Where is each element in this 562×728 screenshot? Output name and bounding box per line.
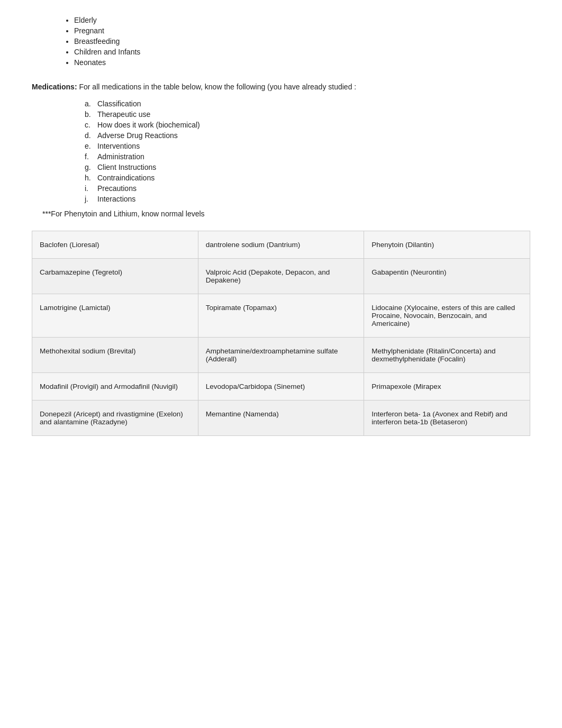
alpha-item: h.Contraindications (85, 174, 530, 182)
table-cell: Lidocaine (Xylocaine, esters of this are… (364, 294, 530, 338)
alpha-text: Precautions (97, 184, 137, 193)
table-cell: Carbamazepine (Tegretol) (32, 259, 198, 294)
medications-intro: Medications: For all medications in the … (32, 83, 530, 91)
table-cell: Methohexital sodium (Brevital) (32, 338, 198, 373)
alpha-item: c.How does it work (biochemical) (85, 121, 530, 129)
alpha-item: a.Classification (85, 99, 530, 108)
table-cell: Baclofen (Lioresal) (32, 231, 198, 259)
alpha-letter: a. (85, 99, 97, 108)
table-cell: Donepezil (Aricept) and rivastigmine (Ex… (32, 401, 198, 436)
table-cell: Methylphenidate (Ritalin/Concerta) and d… (364, 338, 530, 373)
note-line: ***For Phenytoin and Lithium, know norma… (32, 210, 530, 218)
alpha-letter: i. (85, 184, 97, 193)
table-row: Baclofen (Lioresal)dantrolene sodium (Da… (32, 231, 530, 259)
table-cell: Phenytoin (Dilantin) (364, 231, 530, 259)
table-row: Methohexital sodium (Brevital)Amphetamin… (32, 338, 530, 373)
bullet-list: ElderlyPregnantBreastfeedingChildren and… (32, 16, 530, 67)
alpha-text: Interventions (97, 142, 140, 150)
bullet-item: Children and Infants (74, 48, 530, 56)
table-cell: Lamotrigine (Lamictal) (32, 294, 198, 338)
alpha-text: How does it work (biochemical) (97, 121, 200, 129)
alpha-text: Client Instructions (97, 163, 156, 171)
alpha-text: Adverse Drug Reactions (97, 131, 178, 140)
alpha-letter: j. (85, 195, 97, 203)
table-cell: Gabapentin (Neurontin) (364, 259, 530, 294)
bullet-item: Breastfeeding (74, 37, 530, 46)
alpha-text: Classification (97, 99, 141, 108)
table-row: Donepezil (Aricept) and rivastigmine (Ex… (32, 401, 530, 436)
alpha-item: d.Adverse Drug Reactions (85, 131, 530, 140)
table-cell: Interferon beta- 1a (Avonex and Rebif) a… (364, 401, 530, 436)
alpha-letter: b. (85, 110, 97, 119)
bullet-item: Neonates (74, 58, 530, 67)
alpha-letter: h. (85, 174, 97, 182)
alpha-letter: c. (85, 121, 97, 129)
table-row: Carbamazepine (Tegretol)Valproic Acid (D… (32, 259, 530, 294)
alpha-item: j.Interactions (85, 195, 530, 203)
bullet-item: Pregnant (74, 26, 530, 35)
table-row: Lamotrigine (Lamictal)Topiramate (Topama… (32, 294, 530, 338)
table-cell: Memantine (Namenda) (198, 401, 364, 436)
table-row: Modafinil (Provigil) and Armodafinil (Nu… (32, 373, 530, 401)
bullet-item: Elderly (74, 16, 530, 24)
alpha-letter: e. (85, 142, 97, 150)
medications-table: Baclofen (Lioresal)dantrolene sodium (Da… (32, 231, 530, 436)
alpha-item: b.Therapeutic use (85, 110, 530, 119)
table-cell: Levodopa/Carbidopa (Sinemet) (198, 373, 364, 401)
medications-section: Medications: For all medications in the … (32, 83, 530, 218)
alpha-letter: d. (85, 131, 97, 140)
alpha-letter: g. (85, 163, 97, 171)
table-cell: Amphetamine/dextroamphetamine sulfate (A… (198, 338, 364, 373)
alpha-text: Interactions (97, 195, 135, 203)
table-cell: Valproic Acid (Depakote, Depacon, and De… (198, 259, 364, 294)
alpha-letter: f. (85, 152, 97, 161)
alpha-text: Contraindications (97, 174, 155, 182)
medications-intro-text: For all medications in the table below, … (79, 83, 356, 91)
table-cell: Primapexole (Mirapex (364, 373, 530, 401)
table-cell: Modafinil (Provigil) and Armodafinil (Nu… (32, 373, 198, 401)
alpha-text: Therapeutic use (97, 110, 150, 119)
alpha-text: Administration (97, 152, 144, 161)
alpha-list: a.Classificationb.Therapeutic usec.How d… (32, 99, 530, 203)
table-cell: Topiramate (Topamax) (198, 294, 364, 338)
alpha-item: f.Administration (85, 152, 530, 161)
alpha-item: e.Interventions (85, 142, 530, 150)
medications-label: Medications: (32, 83, 77, 91)
alpha-item: g.Client Instructions (85, 163, 530, 171)
alpha-item: i.Precautions (85, 184, 530, 193)
table-cell: dantrolene sodium (Dantrium) (198, 231, 364, 259)
